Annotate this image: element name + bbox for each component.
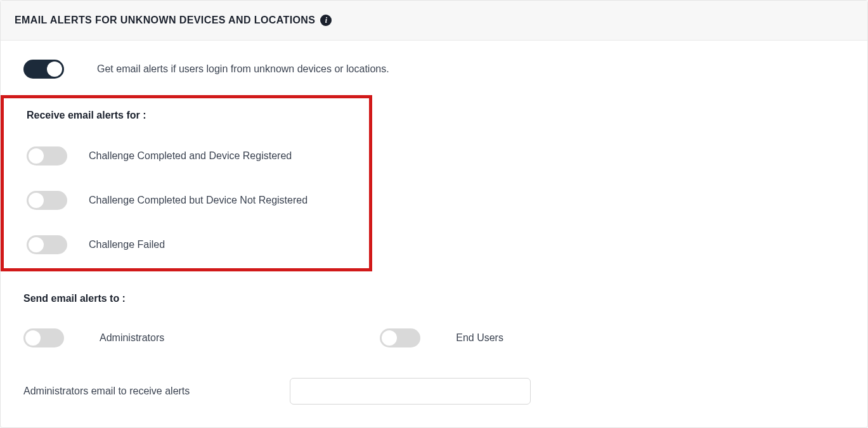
admin-email-input[interactable] <box>290 378 531 405</box>
main-toggle-row: Get email alerts if users login from unk… <box>23 60 845 79</box>
toggle-knob <box>382 330 397 346</box>
recipient-label: Administrators <box>100 332 164 344</box>
main-toggle[interactable] <box>23 60 64 79</box>
email-alerts-panel: EMAIL ALERTS FOR UNKNOWN DEVICES AND LOC… <box>0 0 868 428</box>
send-alerts-group-end-users: End Users <box>380 328 503 347</box>
panel-body: Get email alerts if users login from unk… <box>1 41 867 424</box>
receive-alert-option-row: Challenge Completed but Device Not Regis… <box>27 191 365 210</box>
recipient-label: End Users <box>456 332 503 344</box>
send-alerts-row: Administrators End Users <box>23 328 845 347</box>
toggle-knob <box>29 193 44 208</box>
receive-alert-option-label: Challenge Completed but Device Not Regis… <box>89 195 308 206</box>
toggle-challenge-completed-not-registered[interactable] <box>27 191 67 210</box>
panel-title: EMAIL ALERTS FOR UNKNOWN DEVICES AND LOC… <box>15 15 315 26</box>
receive-alerts-highlight: Receive email alerts for : Challenge Com… <box>1 95 372 271</box>
send-alerts-label: Send email alerts to : <box>23 293 126 304</box>
toggle-knob <box>47 62 62 77</box>
info-icon[interactable]: i <box>320 15 332 26</box>
toggle-end-users[interactable] <box>380 328 420 347</box>
toggle-knob <box>29 237 44 252</box>
receive-alert-option-label: Challenge Failed <box>89 239 165 250</box>
send-alerts-section: Send email alerts to : Administrators En… <box>23 293 845 347</box>
toggle-challenge-completed-registered[interactable] <box>27 146 67 165</box>
toggle-administrators[interactable] <box>23 328 64 347</box>
admin-email-label: Administrators email to receive alerts <box>23 386 214 397</box>
admin-email-row: Administrators email to receive alerts <box>23 378 845 405</box>
panel-header: EMAIL ALERTS FOR UNKNOWN DEVICES AND LOC… <box>1 1 867 41</box>
main-toggle-description: Get email alerts if users login from unk… <box>97 63 389 75</box>
toggle-challenge-failed[interactable] <box>27 235 67 254</box>
toggle-knob <box>25 330 41 346</box>
toggle-knob <box>29 148 44 164</box>
receive-alert-option-row: Challenge Failed <box>27 235 365 254</box>
receive-alerts-label: Receive email alerts for : <box>27 110 146 121</box>
receive-alert-option-row: Challenge Completed and Device Registere… <box>27 146 365 165</box>
receive-alert-option-label: Challenge Completed and Device Registere… <box>89 150 292 162</box>
send-alerts-group-administrators: Administrators <box>23 328 164 347</box>
